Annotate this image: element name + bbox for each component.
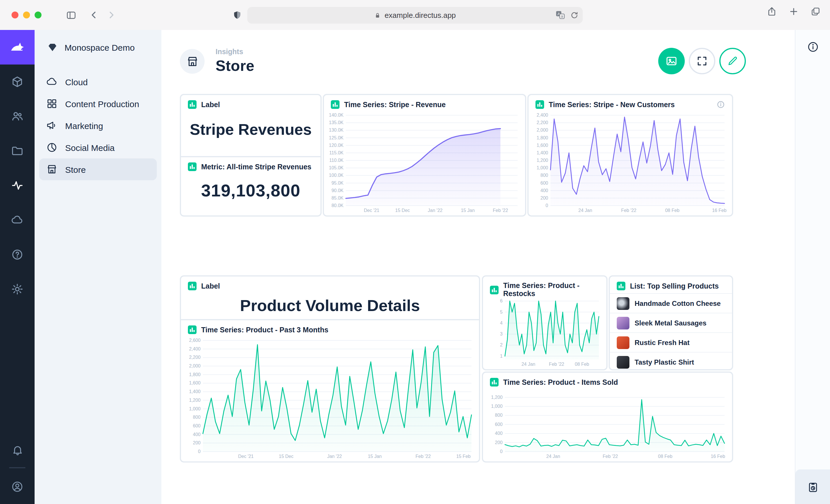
minimize-window-button[interactable]: [23, 11, 30, 19]
svg-text:08 Feb: 08 Feb: [665, 208, 679, 213]
close-window-button[interactable]: [11, 11, 19, 19]
svg-text:08 Feb: 08 Feb: [575, 362, 589, 367]
svg-text:1,800: 1,800: [189, 372, 200, 377]
svg-text:85.0K: 85.0K: [331, 196, 344, 200]
svg-text:200: 200: [495, 440, 503, 445]
notifications-bell-button[interactable]: [0, 433, 35, 467]
svg-text:0: 0: [546, 203, 548, 208]
module-users-icon[interactable]: [0, 99, 35, 134]
module-bar: [0, 30, 35, 504]
sidebar-item-label: Store: [65, 164, 86, 174]
module-cloud-icon[interactable]: [0, 203, 35, 237]
zoom-window-button[interactable]: [35, 11, 41, 19]
module-insights-icon[interactable]: [0, 168, 35, 203]
module-help-icon[interactable]: [0, 237, 35, 272]
application-window: example.directus.app Aa: [0, 0, 830, 504]
user-avatar[interactable]: [0, 469, 35, 504]
tab-overview-button[interactable]: [810, 6, 821, 17]
chart-panel-icon: [188, 282, 196, 290]
reload-button[interactable]: [570, 11, 579, 19]
panel-metric-stripe: Metric: All-time Stripe Revenues 319,103…: [181, 157, 320, 215]
top-products-list: Handmade Cotton Cheese Sleek Metal Sausa…: [610, 293, 732, 372]
label-text: Stripe Revenues: [181, 112, 320, 147]
svg-text:1,000: 1,000: [189, 406, 200, 411]
label-text: Product Volume Details: [181, 293, 479, 318]
svg-text:95.0K: 95.0K: [331, 180, 344, 186]
svg-text:1,200: 1,200: [537, 158, 548, 163]
svg-text:200: 200: [193, 440, 200, 445]
product-name: Handmade Cotton Cheese: [635, 299, 721, 307]
product-thumbnail: [617, 297, 630, 310]
sidebar-toggle-button[interactable]: [62, 6, 79, 24]
list-item[interactable]: Rustic Fresh Hat: [610, 332, 732, 352]
list-item[interactable]: Sleek Metal Sausages: [610, 313, 732, 332]
svg-text:16 Feb: 16 Feb: [711, 454, 725, 459]
svg-text:15 Dec: 15 Dec: [279, 454, 294, 459]
svg-text:Feb '22: Feb '22: [416, 454, 431, 459]
info-icon[interactable]: [716, 100, 725, 109]
sidebar-item-marketing[interactable]: Marketing: [39, 114, 157, 136]
clipboard-clock-icon: [807, 481, 819, 493]
back-button[interactable]: [85, 6, 103, 24]
plus-icon: [789, 6, 799, 17]
sidebar-item-label: Marketing: [65, 121, 103, 131]
lock-icon: [374, 12, 381, 19]
cloud-icon: [46, 76, 58, 88]
svg-text:600: 600: [540, 180, 548, 186]
share-button[interactable]: [767, 6, 777, 17]
address-bar[interactable]: example.directus.app Aa: [247, 7, 583, 24]
edit-dashboard-button[interactable]: [719, 48, 746, 74]
restocks-chart: 65432124 JanFeb '2208 Feb: [485, 294, 602, 368]
svg-text:Feb '22: Feb '22: [549, 362, 564, 367]
svg-text:2,200: 2,200: [189, 355, 200, 360]
project-chooser[interactable]: Monospace Demo: [35, 30, 161, 65]
panel-label-product: Label Product Volume Details: [181, 276, 479, 319]
panel-stripe-label-metric: Label Stripe Revenues Metric: All-time S…: [180, 94, 322, 216]
product-name: Sleek Metal Sausages: [635, 319, 706, 327]
sidebar-item-social-media[interactable]: Social Media: [39, 136, 157, 158]
svg-text:2: 2: [500, 342, 503, 347]
list-item[interactable]: Tasty Plastic Shirt: [610, 352, 732, 372]
translate-icon[interactable]: Aa: [555, 10, 566, 20]
shield-icon: [232, 10, 242, 20]
sidebar-item-cloud[interactable]: Cloud: [39, 71, 157, 93]
svg-text:1,000: 1,000: [491, 404, 503, 409]
svg-text:2,000: 2,000: [189, 364, 200, 368]
image-button[interactable]: [658, 48, 685, 74]
svg-text:1: 1: [500, 354, 503, 359]
svg-text:600: 600: [495, 422, 503, 427]
svg-text:1,800: 1,800: [537, 135, 548, 140]
new-tab-button[interactable]: [789, 6, 799, 17]
breadcrumb[interactable]: Insights: [216, 48, 254, 56]
bell-icon: [11, 444, 23, 456]
svg-text:1,400: 1,400: [189, 389, 200, 394]
sidebar-item-store[interactable]: Store: [39, 158, 157, 180]
svg-text:0: 0: [198, 449, 200, 454]
directus-logo[interactable]: [0, 30, 35, 65]
svg-text:400: 400: [193, 432, 200, 437]
module-content-icon[interactable]: [0, 65, 35, 99]
fullscreen-button[interactable]: [689, 48, 715, 74]
svg-text:2,200: 2,200: [537, 120, 548, 125]
chart-panel-icon: [331, 100, 340, 109]
svg-text:140.0K: 140.0K: [329, 112, 344, 117]
list-item[interactable]: Handmade Cotton Cheese: [610, 293, 732, 313]
module-settings-icon[interactable]: [0, 272, 35, 306]
chart-panel-icon: [188, 162, 196, 171]
forward-button[interactable]: [103, 6, 120, 24]
svg-text:24 Jan: 24 Jan: [521, 362, 535, 367]
sidebar-icon: [65, 9, 76, 21]
privacy-shield-button[interactable]: [228, 6, 246, 24]
insights-dashboard: Insights Store: [161, 30, 795, 504]
svg-text:1,600: 1,600: [189, 380, 200, 385]
chart-panel-icon: [188, 326, 196, 334]
sidebar-item-content-production[interactable]: Content Production: [39, 93, 157, 114]
chart-panel-icon: [490, 378, 499, 387]
svg-text:Feb '22: Feb '22: [603, 454, 618, 459]
product-thumbnail: [617, 356, 630, 368]
svg-text:800: 800: [193, 415, 200, 419]
module-files-icon[interactable]: [0, 134, 35, 168]
notices-drawer-button[interactable]: [795, 469, 830, 504]
chevron-right-icon: [106, 10, 117, 20]
info-sidebar-button[interactable]: [795, 41, 830, 53]
